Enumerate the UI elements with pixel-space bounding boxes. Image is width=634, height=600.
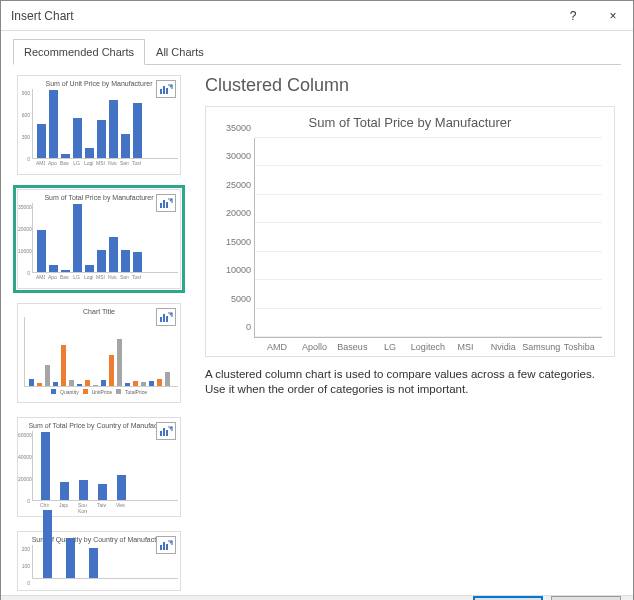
mini-categories: AMDApolloBaseusLGLogitechMSINvidiaSamsun…	[32, 273, 178, 281]
thumbnail-list[interactable]: Sum of Unit Price by Manufacturer 900600…	[13, 71, 189, 595]
mini-legend: QuantityUnitPriceTotalPrice	[20, 389, 178, 395]
tab-all-charts[interactable]: All Charts	[145, 39, 215, 65]
titlebar: Insert Chart ? ×	[1, 1, 633, 31]
dialog-title: Insert Chart	[11, 9, 553, 23]
mini-chart	[32, 89, 178, 159]
mini-categories: AMDApolloBaseusLGLogitechMSINvidiaSamsun…	[32, 159, 178, 167]
chart-x-axis: AMDApolloBaseusLGLogitechMSINvidiaSamsun…	[254, 338, 602, 352]
chart-description: A clustered column chart is used to comp…	[205, 367, 615, 397]
chart-plot-area: 05000100001500020000250003000035000	[254, 138, 602, 338]
chart-thumbnail[interactable]: Sum of Unit Price by Manufacturer 900600…	[13, 71, 185, 179]
mini-y-axis: 2001000	[18, 546, 30, 586]
chart-preview-pane: Clustered Column Sum of Total Price by M…	[199, 71, 621, 595]
insert-chart-dialog: Insert Chart ? × Recommended Charts All …	[0, 0, 634, 600]
dialog-footer: OK Cancel	[1, 595, 633, 600]
tab-recommended[interactable]: Recommended Charts	[13, 39, 145, 65]
thumbnail-title: Sum of Total Price by Manufacturer	[20, 194, 178, 201]
dialog-body: Sum of Unit Price by Manufacturer 900600…	[13, 65, 621, 595]
ok-button[interactable]: OK	[473, 596, 543, 600]
thumbnail-title: Chart Title	[20, 308, 178, 315]
chart-thumbnail[interactable]: Sum of Total Price by Country of Manufac…	[13, 413, 185, 521]
cancel-button[interactable]: Cancel	[551, 596, 621, 600]
mini-chart	[24, 317, 178, 387]
preview-heading: Clustered Column	[205, 75, 615, 96]
mini-chart	[32, 431, 178, 501]
mini-chart	[32, 203, 178, 273]
chart-title: Sum of Total Price by Manufacturer	[210, 115, 610, 130]
tab-strip: Recommended Charts All Charts	[13, 39, 621, 65]
chart-thumbnail[interactable]: Sum of Total Price by Manufacturer 35000…	[13, 185, 185, 293]
mini-y-axis: 3500020000100000	[18, 204, 30, 276]
close-button[interactable]: ×	[593, 1, 633, 31]
thumbnail-title: Sum of Unit Price by Manufacturer	[20, 80, 178, 87]
chart-preview: Sum of Total Price by Manufacturer 05000…	[205, 106, 615, 357]
mini-y-axis: 9006003000	[18, 90, 30, 162]
mini-categories: ChinaJapanSouth KoreaTaiwanVietnam	[32, 501, 178, 515]
mini-chart	[32, 545, 178, 579]
mini-y-axis: 6000040000200000	[18, 432, 30, 504]
help-button[interactable]: ?	[553, 1, 593, 31]
dialog-content: Recommended Charts All Charts Sum of Uni…	[1, 31, 633, 595]
chart-thumbnail[interactable]: Chart Title QuantityUnitPriceTotalPrice	[13, 299, 185, 407]
chart-thumbnail[interactable]: Sum of Quantity by Country of Manufactur…	[13, 527, 185, 595]
thumbnail-title: Sum of Total Price by Country of Manufac…	[20, 422, 178, 429]
